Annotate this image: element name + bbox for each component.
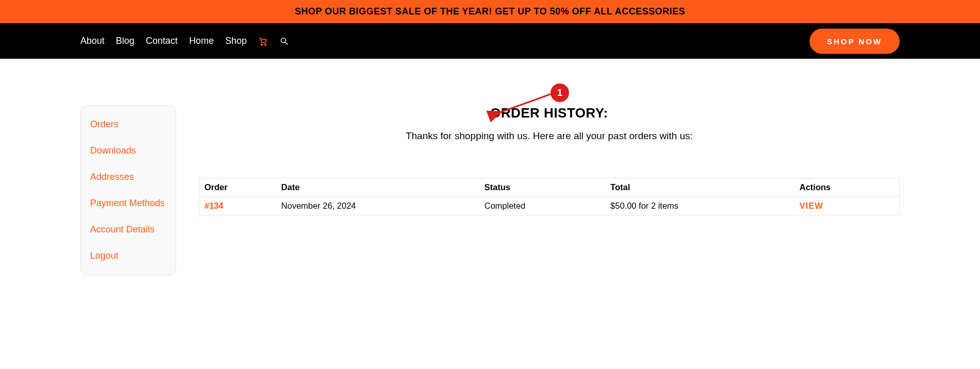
th-total: Total <box>605 178 794 197</box>
search-icon[interactable] <box>280 37 289 46</box>
nav-shop[interactable]: Shop <box>225 36 247 46</box>
th-status: Status <box>479 178 605 197</box>
order-date: November 26, 2024 <box>276 197 479 215</box>
shop-now-button[interactable]: SHOP NOW <box>810 28 900 54</box>
page-title: ORDER HISTORY: <box>199 105 900 121</box>
nav-bar: About Blog Contact Home Shop SHOP NOW <box>0 23 980 59</box>
order-total: $50.00 for 2 items <box>605 197 794 215</box>
view-order-link[interactable]: VIEW <box>799 201 823 210</box>
content-area: Orders Downloads Addresses Payment Metho… <box>0 59 980 275</box>
sidebar-item-addresses[interactable]: Addresses <box>90 169 166 186</box>
sidebar-item-payment-methods[interactable]: Payment Methods <box>90 195 166 212</box>
page-subtitle: Thanks for shopping with us. Here are al… <box>199 130 900 142</box>
sidebar-item-orders[interactable]: Orders <box>90 116 166 133</box>
svg-point-1 <box>265 44 266 45</box>
cart-icon[interactable] <box>258 36 268 46</box>
th-order: Order <box>199 178 277 197</box>
promo-text: SHOP OUR BIGGEST SALE OF THE YEAR! GET U… <box>295 6 685 16</box>
sidebar-item-account-details[interactable]: Account Details <box>90 221 166 238</box>
orders-table: Order Date Status Total Actions #134 Nov… <box>199 178 900 215</box>
nav-home[interactable]: Home <box>189 36 214 46</box>
order-status: Completed <box>479 197 605 215</box>
orders-table-header-row: Order Date Status Total Actions <box>199 178 900 197</box>
sidebar-item-logout[interactable]: Logout <box>90 247 166 264</box>
account-sidebar: Orders Downloads Addresses Payment Metho… <box>80 105 176 275</box>
nav-items: About Blog Contact Home Shop <box>80 36 289 46</box>
sidebar-item-downloads[interactable]: Downloads <box>90 142 166 159</box>
promo-bar: SHOP OUR BIGGEST SALE OF THE YEAR! GET U… <box>0 0 980 23</box>
svg-point-2 <box>281 38 286 43</box>
th-actions: Actions <box>794 178 899 197</box>
table-row: #134 November 26, 2024 Completed $50.00 … <box>199 197 900 215</box>
nav-about[interactable]: About <box>80 36 105 46</box>
order-number-link[interactable]: #134 <box>204 201 223 210</box>
nav-contact[interactable]: Contact <box>146 36 178 46</box>
nav-blog[interactable]: Blog <box>116 36 134 46</box>
main-panel: 1 ORDER HISTORY: Thanks for shopping wit… <box>199 105 900 275</box>
svg-line-3 <box>285 42 288 45</box>
th-date: Date <box>276 178 479 197</box>
annotation-badge: 1 <box>551 83 569 102</box>
svg-point-0 <box>261 44 263 45</box>
